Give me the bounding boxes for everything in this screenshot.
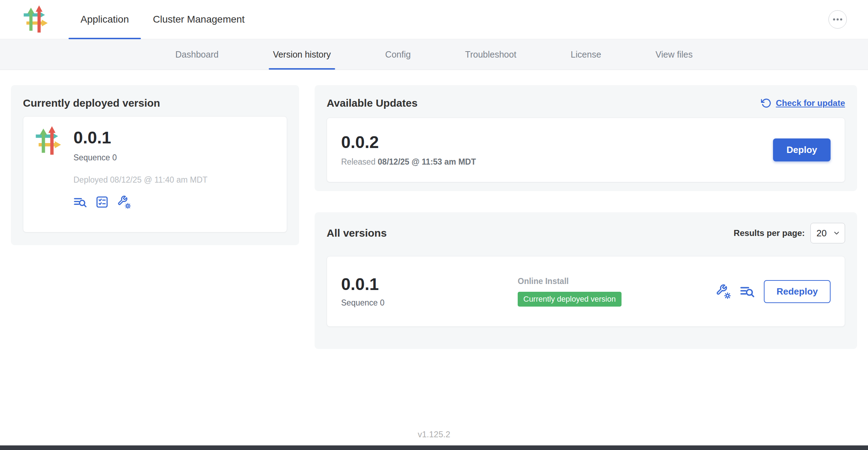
deployed-version-card: Currently deployed version 0.0.1 Sequenc… xyxy=(11,85,299,245)
all-versions-title: All versions xyxy=(327,227,387,239)
results-per-page-select[interactable]: 20 xyxy=(810,223,845,243)
results-per-page-value: 20 xyxy=(816,228,827,239)
header-tabs: Application Cluster Management xyxy=(69,0,257,39)
version-row: 0.0.1 Sequence 0 Online Install Currentl… xyxy=(327,256,845,327)
diff-logs-icon[interactable] xyxy=(740,284,755,299)
released-prefix: Released xyxy=(341,157,375,166)
row-install-type: Online Install xyxy=(518,277,716,286)
main-content: Currently deployed version 0.0.1 Sequenc… xyxy=(0,70,868,349)
redeploy-button[interactable]: Redeploy xyxy=(764,280,831,303)
preflight-checklist-icon[interactable] xyxy=(95,195,109,209)
deployed-sequence: Sequence 0 xyxy=(73,153,208,162)
subnav-item-view-files[interactable]: View files xyxy=(651,39,697,70)
tab-cluster-management-label: Cluster Management xyxy=(153,14,245,25)
config-wrench-icon[interactable] xyxy=(117,195,131,209)
subnav-item-troubleshoot[interactable]: Troubleshoot xyxy=(461,39,521,70)
tab-application-label: Application xyxy=(81,14,129,25)
subnav-item-config[interactable]: Config xyxy=(381,39,415,70)
row-version-number: 0.0.1 xyxy=(341,275,518,294)
app-logo xyxy=(21,0,52,39)
deployed-timestamp: Deployed 08/12/25 @ 11:40 am MDT xyxy=(73,175,208,185)
released-date: 08/12/25 @ 11:53 am MDT xyxy=(378,157,476,166)
available-updates-title: Available Updates xyxy=(327,97,417,109)
tab-cluster-management[interactable]: Cluster Management xyxy=(141,0,257,39)
overflow-menu-button[interactable] xyxy=(828,10,847,29)
deployed-action-icons xyxy=(73,195,208,209)
subnav-label: View files xyxy=(655,49,692,60)
deployed-card-title: Currently deployed version xyxy=(23,97,287,109)
subnav-item-license[interactable]: License xyxy=(566,39,605,70)
check-for-update-link[interactable]: Check for update xyxy=(761,98,845,108)
subnav-item-version-history[interactable]: Version history xyxy=(269,39,335,70)
row-sequence: Sequence 0 xyxy=(341,298,518,308)
subnav-label: Troubleshoot xyxy=(465,49,516,60)
refresh-icon xyxy=(761,98,772,108)
deployed-version-number: 0.0.1 xyxy=(73,129,208,147)
update-released-line: Released 08/12/25 @ 11:53 am MDT xyxy=(341,157,476,167)
subnav-label: License xyxy=(571,49,601,60)
console-version: v1.125.2 xyxy=(0,430,868,439)
ellipsis-icon xyxy=(833,18,843,21)
app-subnav: Dashboard Version history Config Trouble… xyxy=(0,39,868,70)
subnav-label: Version history xyxy=(273,49,331,60)
subnav-label: Dashboard xyxy=(176,49,219,60)
bottom-bar xyxy=(0,445,868,450)
tab-application[interactable]: Application xyxy=(69,0,141,39)
deploy-button[interactable]: Deploy xyxy=(773,138,831,161)
deployed-version-inner-card: 0.0.1 Sequence 0 Deployed 08/12/25 @ 11:… xyxy=(23,116,287,232)
top-header: Application Cluster Management xyxy=(0,0,868,39)
subnav-label: Config xyxy=(385,49,411,60)
app-icon xyxy=(34,126,64,223)
all-versions-card: All versions Results per page: 20 0.0.1 … xyxy=(315,212,857,349)
check-for-update-label: Check for update xyxy=(776,98,845,108)
results-per-page-label: Results per page: xyxy=(734,228,805,238)
diff-logs-icon[interactable] xyxy=(73,195,87,209)
available-updates-card: Available Updates Check for update 0.0.2… xyxy=(315,85,857,191)
currently-deployed-badge: Currently deployed version xyxy=(518,292,622,307)
update-version-number: 0.0.2 xyxy=(341,133,476,152)
chevron-down-icon xyxy=(833,229,840,237)
config-wrench-icon[interactable] xyxy=(716,284,731,299)
update-row: 0.0.2 Released 08/12/25 @ 11:53 am MDT D… xyxy=(327,118,845,182)
subnav-item-dashboard[interactable]: Dashboard xyxy=(171,39,223,70)
